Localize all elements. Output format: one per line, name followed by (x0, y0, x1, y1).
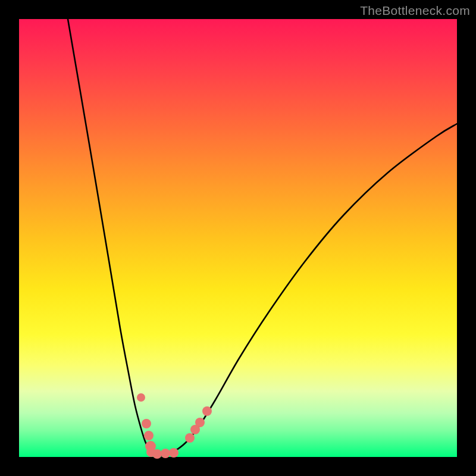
fit-point (137, 393, 145, 402)
plot-area (19, 19, 457, 457)
fit-point (142, 419, 151, 428)
fit-point (161, 449, 170, 458)
fit-point (185, 433, 195, 443)
watermark-text: TheBottleneck.com (360, 4, 470, 18)
fit-point-markers (137, 393, 212, 459)
fit-point (202, 406, 212, 416)
right-branch-curve (156, 124, 457, 456)
chart-frame: TheBottleneck.com (0, 0, 476, 476)
fit-point (152, 449, 162, 459)
curve-svg (19, 19, 457, 457)
fit-point (195, 418, 205, 427)
left-branch-curve (68, 19, 156, 456)
fit-point (144, 431, 154, 440)
fit-point (169, 448, 178, 458)
